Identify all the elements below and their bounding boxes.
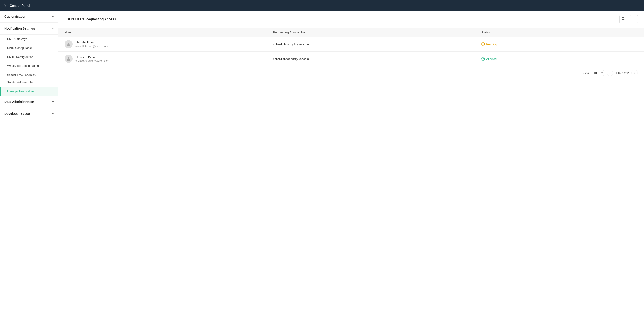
svg-line-1 (624, 19, 625, 20)
sidebar-section-customisation[interactable]: Customisation ▾ (0, 11, 58, 23)
sidebar-section-notification-settings[interactable]: Notification Settings ▴ (0, 23, 58, 35)
sidebar-section-sender-email-label: Sender Email Address (0, 70, 58, 78)
avatar-2 (64, 55, 72, 63)
sidebar-section-notification-label: Notification Settings (4, 27, 35, 30)
chevron-down-icon: ▾ (52, 15, 54, 18)
requesting-for-1: richardjohnson@zylker.com (273, 43, 481, 46)
svg-point-6 (68, 57, 70, 59)
pagination: View 10 25 50 100 ‹ 1 to 2 of 2 › (58, 66, 644, 80)
table-header: Name Requesting Access For Status (58, 28, 644, 37)
topbar-title: Control Panel (10, 4, 30, 8)
svg-point-0 (622, 18, 624, 20)
status-text-2: Allowed (486, 57, 496, 61)
sidebar-section-developer-space[interactable]: Developer Space ▾ (0, 108, 58, 120)
main-header: List of Users Requesting Access (58, 11, 644, 28)
sidebar-item-sender-address-list[interactable]: Sender Address List (0, 78, 58, 87)
status-cell-2: ✓ Allowed (481, 57, 638, 61)
allowed-icon: ✓ (481, 57, 485, 61)
user-info-2: Elizabeth Parker elizabethparker@zylker.… (75, 55, 109, 62)
user-email-1: michellebrown@zylker.com (75, 45, 108, 48)
sidebar: Customisation ▾ Notification Settings ▴ … (0, 11, 58, 313)
sidebar-section-customisation-label: Customisation (4, 15, 26, 18)
status-text-1: Pending (486, 43, 497, 46)
user-cell-2: Elizabeth Parker elizabethparker@zylker.… (64, 55, 273, 63)
sidebar-item-sms-gateways[interactable]: SMS Gateways (0, 35, 58, 44)
user-cell-1: Michelle Brown michellebrown@zylker.com (64, 40, 273, 48)
pagination-prev-button[interactable]: ‹ (607, 70, 613, 76)
table-container: Name Requesting Access For Status Michel… (58, 28, 644, 66)
home-icon[interactable]: ⌂ (4, 3, 6, 8)
sidebar-item-smtp-configuration[interactable]: SMTP Configuration (0, 53, 58, 62)
col-header-status: Status (481, 31, 638, 34)
sidebar-item-whatsapp-configuration[interactable]: WhatsApp Configuration (0, 62, 58, 70)
chevron-up-icon: ▴ (52, 27, 54, 30)
sidebar-section-developer-label: Developer Space (4, 112, 30, 116)
sidebar-section-data-admin-label: Data Administration (4, 100, 34, 104)
svg-point-5 (68, 43, 70, 44)
search-button[interactable] (619, 15, 628, 23)
chevron-down-icon-2: ▾ (52, 100, 54, 103)
col-header-requesting: Requesting Access For (273, 31, 481, 34)
pending-icon: ○ (481, 42, 485, 46)
page-title: List of Users Requesting Access (64, 17, 116, 21)
table-row: Elizabeth Parker elizabethparker@zylker.… (58, 52, 644, 66)
pagination-view-label: View (582, 71, 589, 75)
user-email-2: elizabethparker@zylker.com (75, 59, 109, 62)
sidebar-section-data-administration[interactable]: Data Administration ▾ (0, 96, 58, 108)
layout: Customisation ▾ Notification Settings ▴ … (0, 11, 644, 313)
search-icon (622, 17, 625, 22)
status-cell-1: ○ Pending (481, 42, 638, 46)
header-actions (619, 15, 638, 23)
user-info-1: Michelle Brown michellebrown@zylker.com (75, 41, 108, 48)
requesting-for-2: richardjohnson@zylker.com (273, 57, 481, 61)
sidebar-item-manage-permissions[interactable]: Manage Permissions (0, 87, 58, 96)
main-content: List of Users Requesting Access (58, 11, 644, 313)
user-name-1: Michelle Brown (75, 41, 108, 44)
user-name-2: Elizabeth Parker (75, 55, 109, 59)
topbar: ⌂ Control Panel (0, 0, 644, 11)
chevron-down-icon-3: ▾ (52, 112, 54, 115)
col-header-name: Name (64, 31, 273, 34)
sidebar-item-dkim-configuration[interactable]: DKIM Configuration (0, 44, 58, 53)
avatar-1 (64, 40, 72, 48)
table-row: Michelle Brown michellebrown@zylker.com … (58, 37, 644, 52)
filter-button[interactable] (630, 15, 638, 23)
pagination-select-wrapper: 10 25 50 100 (592, 70, 604, 76)
pagination-count: 1 to 2 of 2 (616, 71, 629, 75)
pagination-next-button[interactable]: › (632, 70, 638, 76)
filter-icon (632, 17, 636, 22)
pagination-per-page-select[interactable]: 10 25 50 100 (592, 70, 604, 76)
